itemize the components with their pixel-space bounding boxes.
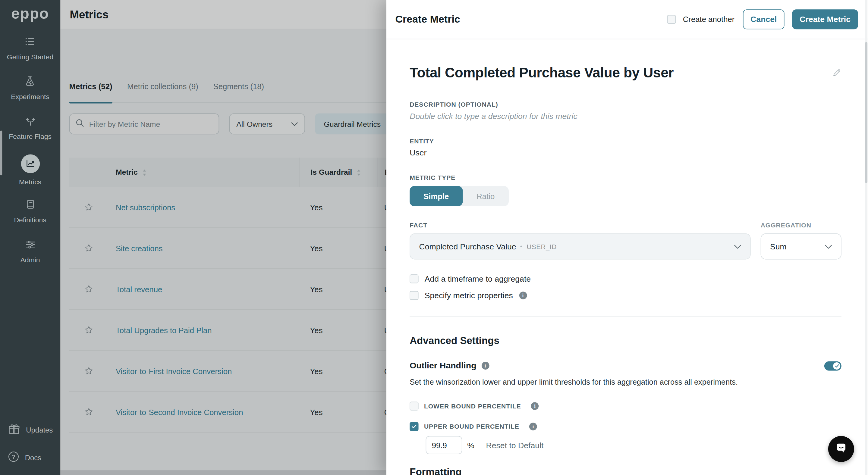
chevron-down-icon (825, 244, 832, 249)
chat-bubble-icon (834, 440, 849, 457)
app-root: eppo Getting Started Experiments Feature… (0, 0, 868, 475)
metric-type-option-simple[interactable]: Simple (410, 186, 463, 206)
panel-body: Total Completed Purchase Value by User D… (386, 65, 868, 475)
info-icon[interactable]: i (529, 422, 537, 431)
metric-name-title: Total Completed Purchase Value by User (410, 65, 674, 81)
entity-label: ENTITY (410, 138, 841, 144)
info-icon[interactable]: i (531, 402, 539, 410)
reset-to-default-link[interactable]: Reset to Default (486, 441, 544, 449)
cancel-button[interactable]: Cancel (743, 9, 784, 29)
lower-bound-label: LOWER BOUND PERCENTILE (424, 403, 521, 409)
metric-type-label: METRIC TYPE (410, 174, 841, 181)
timeframe-checkbox[interactable] (410, 274, 418, 283)
dot-separator (521, 246, 522, 247)
aggregation-dropdown[interactable]: Sum (761, 233, 841, 259)
description-label: DESCRIPTION (OPTIONAL) (410, 101, 841, 108)
edit-pencil-icon[interactable] (832, 68, 841, 77)
metric-type-segmented-control: Simple Ratio (410, 186, 508, 206)
create-another-label: Create another (683, 15, 735, 24)
aggregation-dropdown-value: Sum (770, 242, 786, 251)
lower-bound-checkbox[interactable] (410, 402, 418, 410)
description-placeholder[interactable]: Double click to type a description for t… (410, 112, 841, 121)
create-metric-panel: Create Metric Create another Cancel Crea… (386, 0, 868, 475)
create-another-checkbox[interactable] (667, 15, 676, 24)
outlier-handling-toggle[interactable] (824, 361, 841, 370)
outlier-handling-title: Outlier Handling (410, 361, 476, 371)
fact-label: FACT (410, 222, 750, 229)
fact-dropdown[interactable]: Completed Purchase Value USER_ID (410, 233, 750, 259)
modal-overlay[interactable] (0, 0, 386, 475)
chat-launcher-button[interactable] (828, 436, 854, 462)
aggregation-label: AGGREGATION (761, 222, 841, 229)
upper-bound-percentile-input[interactable] (426, 436, 462, 454)
info-icon[interactable]: i (481, 362, 489, 370)
fact-key: USER_ID (527, 242, 557, 250)
outlier-handling-description: Set the winsorization lower and upper li… (410, 378, 841, 386)
section-divider (410, 316, 841, 317)
fact-dropdown-value: Completed Purchase Value (419, 242, 516, 251)
metric-properties-checkbox-label: Specify metric properties (425, 291, 513, 300)
info-icon[interactable]: i (519, 292, 527, 299)
timeframe-checkbox-label: Add a timeframe to aggregate (425, 274, 531, 283)
upper-bound-label: UPPER BOUND PERCENTILE (424, 423, 519, 430)
formatting-title: Formatting (410, 466, 841, 475)
upper-bound-checkbox[interactable] (410, 422, 418, 431)
toggle-knob (833, 362, 840, 369)
metric-properties-checkbox[interactable] (410, 291, 418, 300)
advanced-settings-title: Advanced Settings (410, 335, 841, 347)
chevron-down-icon (734, 244, 741, 249)
panel-scrollbar-thumb[interactable] (865, 42, 867, 183)
metric-type-option-ratio[interactable]: Ratio (463, 186, 508, 206)
entity-value: User (410, 148, 841, 157)
panel-header: Create Metric Create another Cancel Crea… (386, 0, 868, 39)
percent-sign: % (467, 441, 474, 449)
panel-title: Create Metric (395, 13, 460, 25)
create-metric-button[interactable]: Create Metric (792, 9, 858, 29)
